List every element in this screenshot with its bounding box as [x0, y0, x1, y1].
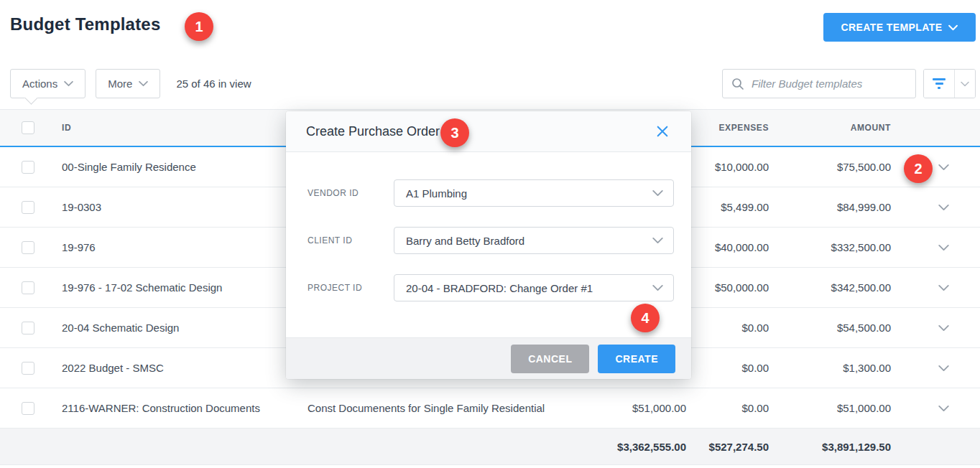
close-button[interactable] [654, 123, 671, 140]
toolbar: Actions More 25 of 46 in view [10, 69, 976, 98]
client-id-label: CLIENT ID [308, 235, 394, 245]
row-expand-chevron-icon[interactable] [938, 164, 949, 171]
row-checkbox[interactable] [22, 322, 34, 334]
annotation-badge-4: 4 [631, 304, 660, 332]
vendor-id-label: VENDOR ID [308, 188, 394, 198]
client-id-select[interactable]: Barry and Betty Bradford [394, 227, 674, 254]
view-count-text: 25 of 46 in view [176, 78, 251, 90]
total-expenses: $527,274.50 [686, 441, 769, 453]
row-checkbox[interactable] [22, 241, 34, 254]
row-checkbox[interactable] [22, 161, 34, 174]
row-expenses: $10,000.00 [686, 161, 769, 173]
row-amount: $75,500.00 [769, 161, 891, 173]
row-expand-chevron-icon[interactable] [938, 244, 949, 251]
row-amount: $51,000.00 [769, 402, 891, 414]
more-label: More [108, 78, 132, 90]
chevron-down-icon [948, 24, 958, 31]
client-id-field: CLIENT ID Barry and Betty Bradford [308, 227, 674, 254]
toolbar-right [722, 69, 976, 98]
cancel-button[interactable]: CANCEL [511, 345, 589, 373]
table-totals-row: $3,362,555.00 $527,274.50 $3,891,129.50 [0, 429, 980, 465]
vendor-id-value: A1 Plumbing [406, 187, 467, 200]
row-id: 2022 Budget - SMSC [56, 362, 293, 374]
filter-lines-icon [933, 78, 946, 89]
more-button[interactable]: More [96, 69, 160, 98]
row-checkbox[interactable] [22, 281, 34, 294]
row-description: Const Documenents for Single Family Resi… [293, 402, 568, 414]
row-id: 20-04 Schematic Design [56, 322, 293, 334]
row-amount: $54,500.00 [769, 322, 891, 334]
row-expenses: $0.00 [686, 362, 769, 374]
select-all-checkbox[interactable] [22, 121, 34, 134]
annotation-badge-2: 2 [904, 154, 933, 183]
row-expenses: $40,000.00 [686, 241, 769, 253]
row-expenses: $5,499.00 [686, 201, 769, 213]
annotation-badge-1: 1 [185, 12, 213, 41]
annotation-badge-3: 3 [440, 118, 469, 147]
modal-title: Create Purchase Order [306, 124, 440, 139]
create-template-button[interactable]: CREATE TEMPLATE [823, 13, 976, 42]
row-amount: $1,300.00 [769, 362, 891, 374]
vendor-id-field: VENDOR ID A1 Plumbing [308, 179, 674, 207]
search-icon [731, 78, 744, 90]
row-id: 00-Single Family Residence [56, 161, 293, 173]
close-icon [657, 126, 668, 137]
row-id: 19-976 - 17-02 Schematic Design [56, 281, 293, 294]
client-id-value: Barry and Betty Bradford [406, 235, 524, 247]
row-checkbox[interactable] [22, 201, 34, 214]
row-id: 19-976 [56, 241, 293, 253]
chevron-down-icon [652, 237, 663, 244]
filter-input-wrap [722, 69, 916, 98]
actions-label: Actions [22, 78, 57, 90]
filter-dropdown-button[interactable] [955, 70, 975, 98]
row-id: 2116-WARNER: Construction Documents [56, 402, 293, 414]
chevron-down-icon [652, 284, 663, 291]
column-header-id: ID [56, 123, 293, 133]
create-purchase-order-modal: Create Purchase Order VENDOR ID A1 Plumb… [286, 111, 691, 379]
chevron-down-icon [64, 80, 73, 87]
row-expenses: $0.00 [686, 322, 769, 334]
actions-button[interactable]: Actions [10, 69, 85, 98]
row-id: 19-0303 [56, 201, 293, 213]
budget-templates-page: Budget Templates CREATE TEMPLATE Actions… [0, 0, 980, 468]
column-header-expenses: EXPENSES [686, 123, 769, 133]
row-amount: $342,500.00 [769, 281, 891, 294]
filter-split-button [923, 69, 976, 98]
row-expand-chevron-icon[interactable] [938, 365, 949, 372]
chevron-down-icon [961, 81, 969, 87]
filter-button[interactable] [924, 70, 955, 98]
create-button[interactable]: CREATE [598, 345, 675, 373]
column-header-amount: AMOUNT [769, 123, 891, 133]
row-expand-chevron-icon[interactable] [938, 324, 949, 332]
row-checkbox[interactable] [22, 362, 34, 375]
project-id-label: PROJECT ID [308, 283, 394, 293]
row-expenses: $50,000.00 [686, 281, 769, 294]
modal-footer: CANCEL CREATE [286, 337, 691, 379]
row-amount: $332,500.00 [769, 241, 891, 253]
chevron-down-icon [139, 80, 148, 87]
project-id-value: 20-04 - BRADFORD: Change Order #1 [406, 282, 593, 294]
page-title: Budget Templates [10, 14, 160, 34]
row-expand-chevron-icon[interactable] [938, 405, 949, 412]
project-id-select[interactable]: 20-04 - BRADFORD: Change Order #1 [394, 274, 674, 301]
total-budget: $3,362,555.00 [568, 441, 686, 453]
row-checkbox[interactable] [22, 402, 34, 415]
project-id-field: PROJECT ID 20-04 - BRADFORD: Change Orde… [308, 274, 674, 301]
actions-dropdown-tail [24, 91, 37, 104]
table-row: 2116-WARNER: Construction Documents Cons… [0, 388, 980, 429]
filter-input[interactable] [723, 70, 915, 98]
row-expand-chevron-icon[interactable] [938, 204, 949, 211]
create-template-label: CREATE TEMPLATE [841, 22, 943, 33]
row-expenses: $0.00 [686, 402, 769, 414]
modal-header: Create Purchase Order [286, 111, 691, 152]
row-expand-chevron-icon[interactable] [938, 284, 949, 291]
row-budget: $51,000.00 [568, 402, 686, 414]
chevron-down-icon [652, 189, 663, 197]
row-amount: $84,999.00 [769, 201, 891, 213]
total-amount: $3,891,129.50 [769, 441, 891, 453]
vendor-id-select[interactable]: A1 Plumbing [394, 179, 674, 207]
